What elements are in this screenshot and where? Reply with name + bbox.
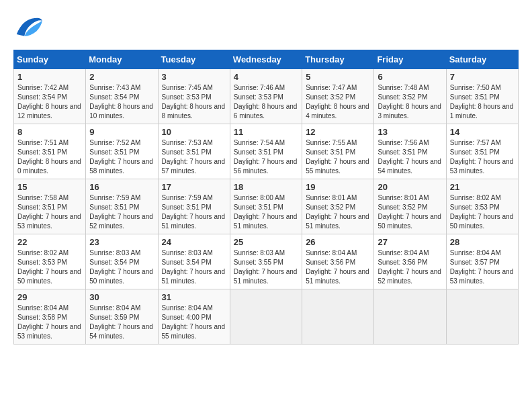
day-info: Sunrise: 8:04 AMSunset: 3:59 PMDaylight:… — [89, 304, 154, 341]
calendar-week-row: 8Sunrise: 7:51 AMSunset: 3:51 PMDaylight… — [14, 124, 519, 179]
day-number: 31 — [162, 292, 226, 302]
day-number: 26 — [306, 237, 370, 247]
day-number: 12 — [306, 127, 370, 137]
day-number: 27 — [378, 237, 442, 247]
calendar-cell: 12Sunrise: 7:55 AMSunset: 3:51 PMDayligh… — [302, 124, 374, 179]
day-number: 6 — [378, 72, 442, 82]
calendar-week-row: 22Sunrise: 8:02 AMSunset: 3:53 PMDayligh… — [14, 234, 519, 289]
day-number: 20 — [378, 182, 442, 192]
page-header — [13, 13, 519, 43]
day-number: 8 — [17, 127, 82, 137]
day-info: Sunrise: 8:03 AMSunset: 3:55 PMDaylight:… — [234, 248, 298, 286]
day-number: 11 — [234, 127, 298, 137]
calendar-cell — [302, 289, 374, 345]
day-info: Sunrise: 7:51 AMSunset: 3:51 PMDaylight:… — [17, 138, 82, 176]
day-number: 2 — [89, 72, 154, 82]
day-number: 18 — [234, 182, 298, 192]
day-number: 22 — [17, 237, 82, 247]
day-info: Sunrise: 8:04 AMSunset: 3:56 PMDaylight:… — [378, 248, 442, 286]
day-number: 23 — [89, 237, 154, 247]
day-info: Sunrise: 7:53 AMSunset: 3:51 PMDaylight:… — [162, 138, 226, 176]
day-info: Sunrise: 7:57 AMSunset: 3:51 PMDaylight:… — [450, 138, 515, 176]
calendar-cell — [446, 289, 518, 345]
column-header-tuesday: Tuesday — [158, 50, 230, 69]
day-number: 15 — [17, 182, 82, 192]
day-info: Sunrise: 7:59 AMSunset: 3:51 PMDaylight:… — [162, 193, 226, 231]
day-info: Sunrise: 8:04 AMSunset: 4:00 PMDaylight:… — [162, 304, 226, 341]
column-header-wednesday: Wednesday — [230, 50, 302, 69]
day-info: Sunrise: 7:58 AMSunset: 3:51 PMDaylight:… — [17, 193, 82, 231]
logo-icon — [13, 13, 44, 43]
day-number: 30 — [89, 292, 154, 302]
day-info: Sunrise: 7:48 AMSunset: 3:52 PMDaylight:… — [378, 83, 442, 121]
day-number: 9 — [89, 127, 154, 137]
day-info: Sunrise: 8:03 AMSunset: 3:54 PMDaylight:… — [89, 248, 154, 286]
column-header-thursday: Thursday — [302, 50, 374, 69]
calendar-cell: 16Sunrise: 7:59 AMSunset: 3:51 PMDayligh… — [86, 179, 158, 234]
calendar-cell: 14Sunrise: 7:57 AMSunset: 3:51 PMDayligh… — [446, 124, 518, 179]
calendar-cell: 22Sunrise: 8:02 AMSunset: 3:53 PMDayligh… — [14, 234, 86, 289]
calendar-cell: 7Sunrise: 7:50 AMSunset: 3:51 PMDaylight… — [446, 69, 518, 124]
calendar-cell: 24Sunrise: 8:03 AMSunset: 3:54 PMDayligh… — [158, 234, 230, 289]
calendar-cell: 4Sunrise: 7:46 AMSunset: 3:53 PMDaylight… — [230, 69, 302, 124]
day-number: 5 — [306, 72, 370, 82]
day-info: Sunrise: 8:03 AMSunset: 3:54 PMDaylight:… — [162, 248, 226, 286]
day-info: Sunrise: 8:00 AMSunset: 3:51 PMDaylight:… — [234, 193, 298, 231]
day-info: Sunrise: 8:04 AMSunset: 3:56 PMDaylight:… — [306, 248, 370, 286]
calendar-cell: 23Sunrise: 8:03 AMSunset: 3:54 PMDayligh… — [86, 234, 158, 289]
calendar-header-row: SundayMondayTuesdayWednesdayThursdayFrid… — [14, 50, 519, 69]
day-info: Sunrise: 7:59 AMSunset: 3:51 PMDaylight:… — [89, 193, 154, 231]
calendar-cell: 27Sunrise: 8:04 AMSunset: 3:56 PMDayligh… — [374, 234, 446, 289]
calendar-cell: 11Sunrise: 7:54 AMSunset: 3:51 PMDayligh… — [230, 124, 302, 179]
calendar-cell: 10Sunrise: 7:53 AMSunset: 3:51 PMDayligh… — [158, 124, 230, 179]
calendar-cell: 19Sunrise: 8:01 AMSunset: 3:52 PMDayligh… — [302, 179, 374, 234]
calendar-cell: 17Sunrise: 7:59 AMSunset: 3:51 PMDayligh… — [158, 179, 230, 234]
calendar-cell: 21Sunrise: 8:02 AMSunset: 3:53 PMDayligh… — [446, 179, 518, 234]
day-info: Sunrise: 7:56 AMSunset: 3:51 PMDaylight:… — [378, 138, 442, 176]
calendar-cell: 2Sunrise: 7:43 AMSunset: 3:54 PMDaylight… — [86, 69, 158, 124]
calendar-table: SundayMondayTuesdayWednesdayThursdayFrid… — [13, 50, 519, 345]
day-info: Sunrise: 7:42 AMSunset: 3:54 PMDaylight:… — [17, 83, 82, 121]
logo — [13, 13, 45, 43]
calendar-cell: 29Sunrise: 8:04 AMSunset: 3:58 PMDayligh… — [14, 289, 86, 345]
calendar-week-row: 29Sunrise: 8:04 AMSunset: 3:58 PMDayligh… — [14, 289, 519, 345]
day-number: 29 — [17, 292, 82, 302]
day-number: 21 — [450, 182, 515, 192]
calendar-cell: 25Sunrise: 8:03 AMSunset: 3:55 PMDayligh… — [230, 234, 302, 289]
day-info: Sunrise: 8:01 AMSunset: 3:52 PMDaylight:… — [378, 193, 442, 231]
calendar-cell — [230, 289, 302, 345]
day-number: 10 — [162, 127, 226, 137]
day-number: 1 — [17, 72, 82, 82]
calendar-cell: 13Sunrise: 7:56 AMSunset: 3:51 PMDayligh… — [374, 124, 446, 179]
day-info: Sunrise: 7:45 AMSunset: 3:53 PMDaylight:… — [162, 83, 226, 121]
calendar-cell: 26Sunrise: 8:04 AMSunset: 3:56 PMDayligh… — [302, 234, 374, 289]
day-number: 17 — [162, 182, 226, 192]
calendar-cell: 6Sunrise: 7:48 AMSunset: 3:52 PMDaylight… — [374, 69, 446, 124]
day-info: Sunrise: 7:43 AMSunset: 3:54 PMDaylight:… — [89, 83, 154, 121]
day-number: 28 — [450, 237, 515, 247]
column-header-sunday: Sunday — [14, 50, 86, 69]
day-info: Sunrise: 8:01 AMSunset: 3:52 PMDaylight:… — [306, 193, 370, 231]
calendar-cell: 20Sunrise: 8:01 AMSunset: 3:52 PMDayligh… — [374, 179, 446, 234]
day-info: Sunrise: 8:02 AMSunset: 3:53 PMDaylight:… — [17, 248, 82, 286]
column-header-saturday: Saturday — [446, 50, 518, 69]
calendar-cell: 15Sunrise: 7:58 AMSunset: 3:51 PMDayligh… — [14, 179, 86, 234]
column-header-monday: Monday — [86, 50, 158, 69]
day-number: 25 — [234, 237, 298, 247]
day-number: 7 — [450, 72, 515, 82]
day-info: Sunrise: 7:46 AMSunset: 3:53 PMDaylight:… — [234, 83, 298, 121]
day-info: Sunrise: 7:54 AMSunset: 3:51 PMDaylight:… — [234, 138, 298, 176]
calendar-cell: 1Sunrise: 7:42 AMSunset: 3:54 PMDaylight… — [14, 69, 86, 124]
calendar-cell: 9Sunrise: 7:52 AMSunset: 3:51 PMDaylight… — [86, 124, 158, 179]
day-number: 24 — [162, 237, 226, 247]
calendar-week-row: 1Sunrise: 7:42 AMSunset: 3:54 PMDaylight… — [14, 69, 519, 124]
day-number: 4 — [234, 72, 298, 82]
calendar-cell: 31Sunrise: 8:04 AMSunset: 4:00 PMDayligh… — [158, 289, 230, 345]
calendar-cell — [374, 289, 446, 345]
day-info: Sunrise: 7:55 AMSunset: 3:51 PMDaylight:… — [306, 138, 370, 176]
calendar-cell: 8Sunrise: 7:51 AMSunset: 3:51 PMDaylight… — [14, 124, 86, 179]
day-number: 3 — [162, 72, 226, 82]
calendar-cell: 28Sunrise: 8:04 AMSunset: 3:57 PMDayligh… — [446, 234, 518, 289]
day-info: Sunrise: 8:04 AMSunset: 3:58 PMDaylight:… — [17, 304, 82, 341]
day-number: 13 — [378, 127, 442, 137]
